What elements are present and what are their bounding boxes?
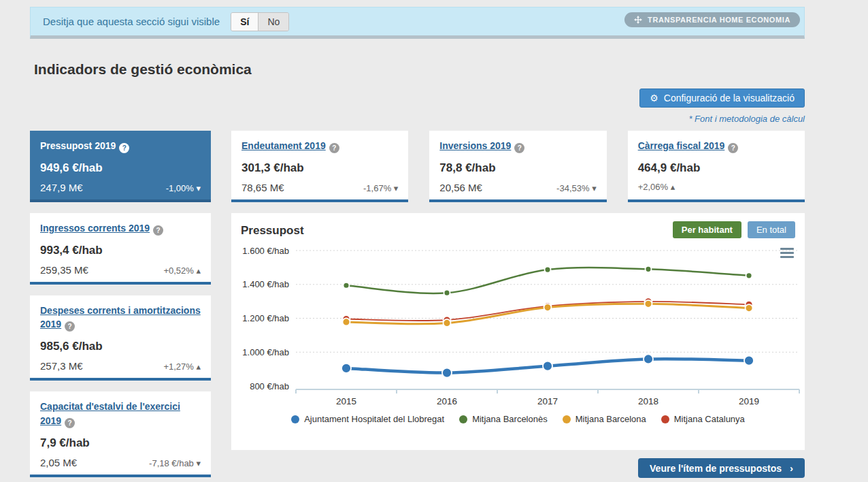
help-icon[interactable]: ? [329,143,339,153]
card-value: 7,9 €/hab [40,436,201,450]
chevron-right-icon: › [790,462,793,474]
legend-item[interactable]: Mitjana Barcelonès [459,414,548,424]
card-title-link[interactable]: Ingressos corrents 2019 [40,223,150,234]
legend-dot [459,415,467,423]
data-point[interactable] [543,362,552,371]
visibility-question: Desitja que aquesta secció sigui visible [43,16,220,27]
visibility-bar: Desitja que aquesta secció sigui visible… [30,7,805,39]
data-point[interactable] [645,300,652,308]
card-title: Endeutament 2019? [241,139,398,153]
legend-item[interactable]: Mitjana Barcelona [563,414,646,424]
data-point[interactable] [646,266,652,272]
card-title: Ingressos corrents 2019? [40,221,201,236]
x-axis-label: 2016 [437,396,457,406]
data-point[interactable] [444,290,450,296]
visible-yes-button[interactable]: Sí [231,13,258,31]
card-trend: +2,06% ▴ [638,182,675,192]
card-title: Despeses corrents i amortitzacions 2019? [40,304,201,332]
card-trend: +1,27% ▴ [163,362,201,372]
card-title: Pressupost 2019? [40,139,201,153]
help-icon[interactable]: ? [65,321,75,332]
card-trend: -1,00% ▾ [166,183,201,193]
card-capacitat-estalvi[interactable]: Capacitat d'estalvi de l'exercici 2019? … [30,391,211,477]
configure-visualization-button[interactable]: ⚙ Configuració de la visualització [639,89,805,108]
data-point[interactable] [545,267,551,273]
chart-legend: Ajuntament Hospitalet del LlobregatMitja… [231,414,805,424]
data-point[interactable] [442,368,452,378]
help-icon[interactable]: ? [119,143,129,153]
y-axis-label: 1.600 €/hab [242,246,289,256]
page-title: Indicadors de gestió econòmica [34,61,801,78]
data-point[interactable] [444,319,451,327]
page-content: Desitja que aquesta secció sigui visible… [30,0,805,482]
card-trend: -7,18 €/hab ▾ [149,458,201,468]
card-total: 259,35 M€ [40,264,88,276]
help-icon[interactable]: ? [728,143,738,153]
main-grid: Pressupost 2019? 949,6 €/hab 247,9 M€ -1… [30,131,805,482]
toggle-per-habitant[interactable]: Per habitant [673,221,741,238]
legend-label: Ajuntament Hospitalet del Llobregat [304,414,444,424]
legend-item[interactable]: Mitjana Catalunya [661,414,745,424]
data-point[interactable] [344,283,350,289]
budget-line-chart: 800 €/hab1.000 €/hab1.200 €/hab1.400 €/h… [231,241,805,413]
y-axis-label: 1.200 €/hab [242,313,289,323]
drag-section-badge[interactable]: TRANSPARENCIA HOME ECONOMIA [624,12,800,27]
help-icon[interactable]: ? [65,418,75,428]
card-value: 301,3 €/hab [241,161,398,175]
data-point[interactable] [746,304,753,312]
y-axis-label: 1.000 €/hab [242,347,289,357]
card-title-link[interactable]: Capacitat d'estalvi de l'exercici 2019 [40,401,180,425]
legend-dot [291,415,299,423]
card-endeutament[interactable]: Endeutament 2019? 301,3 €/hab 78,65 M€ -… [231,131,408,202]
x-axis-label: 2019 [739,396,759,406]
card-despeses-corrents[interactable]: Despeses corrents i amortitzacions 2019?… [30,295,211,381]
toggle-en-total[interactable]: En total [748,221,795,238]
unit-toggle-group: Per habitant En total [673,221,795,238]
card-value: 985,6 €/hab [40,340,201,353]
main-panel-column: Endeutament 2019? 301,3 €/hab 78,65 M€ -… [231,131,805,482]
view-budget-items-button[interactable]: Veure l'ítem de pressupostos › [638,458,805,478]
legend-item[interactable]: Ajuntament Hospitalet del Llobregat [291,414,444,424]
chart-export-menu-icon[interactable] [780,246,794,260]
card-title-link[interactable]: Endeutament 2019 [241,140,326,151]
data-point[interactable] [341,364,351,373]
y-axis-label: 800 €/hab [250,381,289,391]
configure-visualization-label: Configuració de la visualització [664,93,795,103]
chart-title: Pressupost [241,224,304,238]
x-axis-label: 2017 [537,396,558,406]
visibility-toggle-group: Sí No [231,12,289,31]
view-budget-items-label: Veure l'ítem de pressupostos [650,463,782,474]
card-title-link[interactable]: Càrrega fiscal 2019 [638,140,725,151]
legend-dot [661,415,669,423]
x-axis-label: 2015 [336,396,356,406]
card-ingressos-corrents[interactable]: Ingressos corrents 2019? 993,4 €/hab 259… [30,213,211,285]
card-carrega-fiscal[interactable]: Càrrega fiscal 2019? 464,9 €/hab +2,06% … [628,131,805,202]
card-total: 247,9 M€ [40,182,83,193]
drag-badge-label: TRANSPARENCIA HOME ECONOMIA [648,16,790,24]
card-title-text: Pressupost 2019 [40,140,116,151]
card-title: Càrrega fiscal 2019? [638,139,795,153]
indicator-sidebar: Pressupost 2019? 949,6 €/hab 247,9 M€ -1… [30,131,211,482]
methodology-link[interactable]: * Font i metodologia de càlcul [688,114,805,124]
data-point[interactable] [744,356,754,366]
card-title: Capacitat d'estalvi de l'exercici 2019? [40,400,201,428]
data-point[interactable] [343,318,350,325]
budget-chart-panel: Pressupost Per habitant En total 800 €/h… [231,213,805,450]
card-trend: -1,67% ▾ [363,183,398,193]
help-icon[interactable]: ? [153,225,163,236]
data-point[interactable] [544,304,552,311]
data-point[interactable] [644,354,653,364]
help-icon[interactable]: ? [514,143,524,153]
card-title: Inversions 2019? [439,139,596,153]
card-total: 20,56 M€ [439,182,482,193]
card-trend: +0,52% ▴ [163,266,201,276]
legend-dot [563,415,571,423]
card-title-link[interactable]: Inversions 2019 [439,140,511,151]
visible-no-button[interactable]: No [258,13,288,31]
card-value: 464,9 €/hab [638,161,795,175]
card-trend: -34,53% ▾ [556,183,597,193]
legend-label: Mitjana Catalunya [674,414,745,424]
card-inversions[interactable]: Inversions 2019? 78,8 €/hab 20,56 M€ -34… [429,131,606,202]
card-pressupost[interactable]: Pressupost 2019? 949,6 €/hab 247,9 M€ -1… [30,131,211,202]
data-point[interactable] [746,272,752,278]
